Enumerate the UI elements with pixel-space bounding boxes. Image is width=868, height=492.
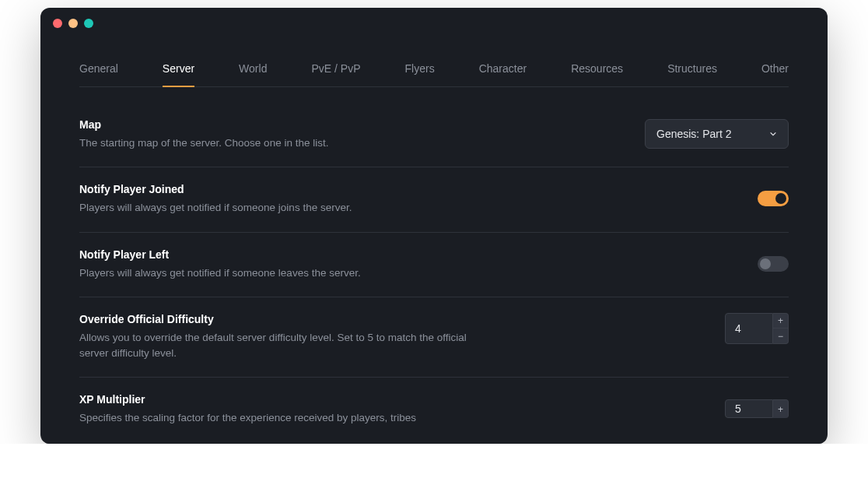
settings-window: General Server World PvE / PvP Flyers Ch… — [40, 8, 828, 444]
setting-title: Override Official Difficulty — [79, 313, 484, 325]
notify-joined-toggle[interactable] — [758, 191, 789, 206]
tab-general[interactable]: General — [79, 62, 118, 87]
setting-title: XP Multiplier — [79, 393, 484, 406]
select-value: Genesis: Part 2 — [656, 128, 732, 140]
overflow-fade — [40, 439, 828, 444]
setting-desc: The starting map of the server. Choose o… — [79, 135, 484, 151]
tabs-nav: General Server World PvE / PvP Flyers Ch… — [79, 62, 789, 87]
setting-desc: Specifies the scaling factor for the exp… — [79, 410, 484, 426]
setting-desc: Players will always get notified if some… — [79, 265, 484, 281]
settings-list: Map The starting map of the server. Choo… — [79, 111, 789, 442]
xp-stepper: + — [725, 399, 789, 418]
minimize-icon[interactable] — [68, 19, 78, 28]
toggle-thumb — [775, 193, 786, 204]
setting-title: Notify Player Joined — [79, 183, 484, 195]
difficulty-decrement-button[interactable]: − — [773, 328, 789, 344]
tab-structures[interactable]: Structures — [667, 62, 717, 87]
notify-left-toggle[interactable] — [758, 256, 789, 272]
tab-server[interactable]: Server — [163, 62, 194, 87]
setting-notify-left: Notify Player Left Players will always g… — [79, 233, 789, 297]
setting-desc: Allows you to override the default serve… — [79, 330, 484, 362]
difficulty-stepper: + − — [725, 313, 789, 344]
setting-map: Map The starting map of the server. Choo… — [79, 111, 789, 167]
difficulty-input[interactable] — [725, 313, 773, 344]
close-icon[interactable] — [53, 19, 62, 28]
chevron-down-icon — [769, 130, 777, 138]
tab-character[interactable]: Character — [479, 62, 527, 87]
toggle-thumb — [760, 258, 771, 269]
map-select[interactable]: Genesis: Part 2 — [645, 119, 789, 149]
difficulty-increment-button[interactable]: + — [773, 313, 789, 329]
tab-world[interactable]: World — [239, 62, 267, 87]
xp-increment-button[interactable]: + — [773, 399, 789, 418]
maximize-icon[interactable] — [84, 19, 93, 28]
tab-other[interactable]: Other — [761, 62, 789, 87]
setting-override-difficulty: Override Official Difficulty Allows you … — [79, 297, 789, 378]
setting-desc: Players will always get notified if some… — [79, 200, 484, 216]
setting-xp-multiplier: XP Multiplier Specifies the scaling fact… — [79, 378, 789, 441]
content-area: General Server World PvE / PvP Flyers Ch… — [40, 39, 828, 442]
setting-notify-joined: Notify Player Joined Players will always… — [79, 167, 789, 232]
tab-flyers[interactable]: Flyers — [405, 62, 435, 87]
setting-title: Map — [79, 118, 484, 131]
tab-pve-pvp[interactable]: PvE / PvP — [311, 62, 360, 87]
window-titlebar — [40, 8, 828, 39]
setting-title: Notify Player Left — [79, 248, 484, 261]
xp-input[interactable] — [725, 399, 773, 418]
tab-resources[interactable]: Resources — [571, 62, 623, 87]
